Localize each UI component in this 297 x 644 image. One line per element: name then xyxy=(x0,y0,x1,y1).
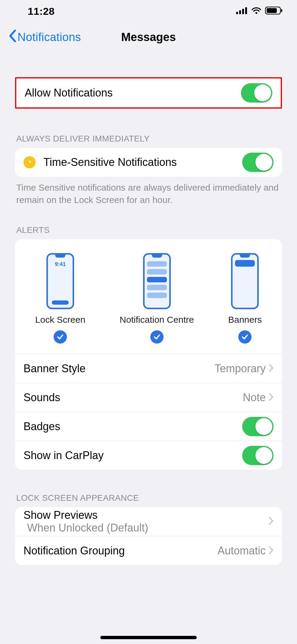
show-previews-label: Show Previews xyxy=(23,509,98,521)
show-previews-value: When Unlocked (Default) xyxy=(27,522,148,534)
badges-row[interactable]: Badges xyxy=(15,412,282,441)
checkmark-icon xyxy=(238,330,252,344)
chevron-right-icon xyxy=(269,391,274,404)
notification-grouping-label: Notification Grouping xyxy=(23,544,125,557)
badges-label: Badges xyxy=(23,420,60,433)
banner-style-value: Temporary xyxy=(214,362,266,375)
wifi-icon xyxy=(251,7,261,15)
alert-option-label: Banners xyxy=(228,315,262,325)
time-sensitive-footer: Time Sensitive notifications are always … xyxy=(15,177,282,206)
time-sensitive-row[interactable]: Time-Sensitive Notifications xyxy=(15,148,282,177)
nav-bar: Notifications Messages xyxy=(0,22,297,52)
show-previews-row[interactable]: Show Previews When Unlocked (Default) xyxy=(15,507,282,536)
alert-option-label: Lock Screen xyxy=(35,315,86,325)
alert-option-label: Notification Centre xyxy=(120,315,194,325)
chevron-right-icon xyxy=(269,362,274,375)
svg-rect-3 xyxy=(245,7,247,14)
battery-icon xyxy=(265,7,283,16)
status-bar: 11:28 xyxy=(0,0,297,22)
chevron-left-icon xyxy=(8,30,16,45)
lockscreen-preview-time: 9:41 xyxy=(55,261,66,268)
back-button[interactable]: Notifications xyxy=(8,30,81,45)
lockscreen-appearance-header: LOCK SCREEN APPEARANCE xyxy=(15,493,282,507)
allow-notifications-toggle[interactable] xyxy=(241,83,272,103)
carplay-label: Show in CarPlay xyxy=(23,449,104,462)
carplay-toggle[interactable] xyxy=(242,446,274,465)
time-sensitive-toggle[interactable] xyxy=(242,153,274,172)
badges-toggle[interactable] xyxy=(242,417,274,436)
clock-icon xyxy=(23,156,36,168)
svg-rect-0 xyxy=(236,12,238,14)
alert-option-notification-centre[interactable]: Notification Centre xyxy=(120,253,194,344)
notification-centre-preview-icon xyxy=(143,253,171,309)
svg-rect-2 xyxy=(242,9,244,14)
lockscreen-preview-icon: 9:41 xyxy=(46,253,74,309)
notification-grouping-value: Automatic xyxy=(217,544,266,557)
status-indicators xyxy=(236,7,283,16)
svg-rect-7 xyxy=(281,9,282,12)
allow-notifications-highlight: Allow Notifications xyxy=(15,77,282,109)
home-indicator[interactable] xyxy=(100,636,197,639)
cellular-icon xyxy=(236,7,248,15)
chevron-right-icon xyxy=(269,515,274,528)
status-time: 11:28 xyxy=(28,5,55,17)
banner-style-row[interactable]: Banner Style Temporary xyxy=(15,354,282,383)
chevron-right-icon xyxy=(269,544,274,557)
svg-point-4 xyxy=(255,12,257,14)
banner-style-label: Banner Style xyxy=(23,362,86,375)
sounds-value: Note xyxy=(243,391,266,404)
svg-rect-1 xyxy=(239,10,241,14)
alert-option-banners[interactable]: Banners xyxy=(228,253,262,344)
alerts-header: ALERTS xyxy=(15,225,282,239)
always-deliver-header: ALWAYS DELIVER IMMEDIATELY xyxy=(15,134,282,148)
alert-style-options: 9:41 Lock Screen Notification Centre xyxy=(15,239,282,354)
carplay-row[interactable]: Show in CarPlay xyxy=(15,441,282,470)
back-label: Notifications xyxy=(17,31,81,44)
notification-grouping-row[interactable]: Notification Grouping Automatic xyxy=(15,536,282,565)
sounds-label: Sounds xyxy=(23,391,60,404)
banners-preview-icon xyxy=(231,253,259,309)
svg-rect-6 xyxy=(267,8,277,13)
checkmark-icon xyxy=(54,330,67,344)
allow-notifications-row[interactable]: Allow Notifications xyxy=(16,78,281,107)
allow-notifications-label: Allow Notifications xyxy=(25,87,113,99)
alert-option-lockscreen[interactable]: 9:41 Lock Screen xyxy=(35,253,86,344)
time-sensitive-label: Time-Sensitive Notifications xyxy=(43,156,177,169)
checkmark-icon xyxy=(150,330,164,344)
sounds-row[interactable]: Sounds Note xyxy=(15,383,282,412)
